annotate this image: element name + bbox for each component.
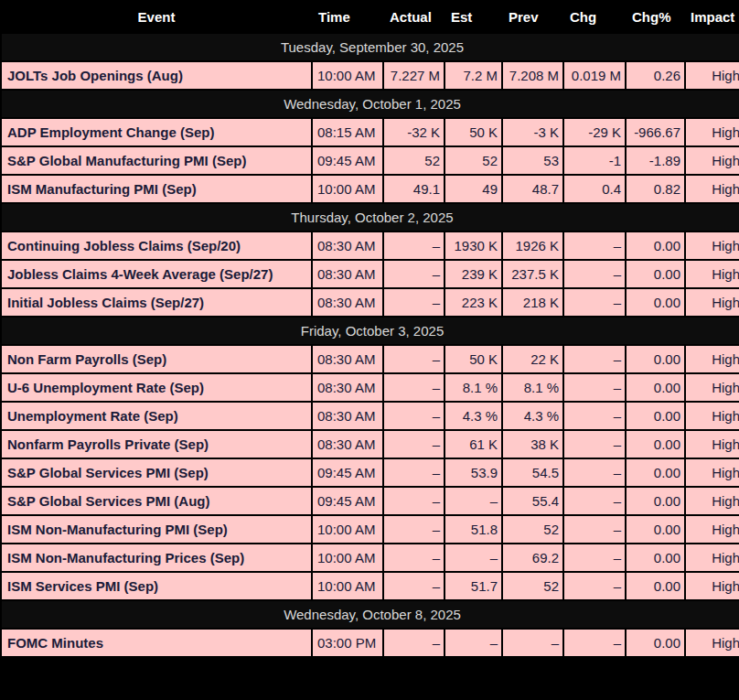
event-row: Non Farm Payrolls (Sep)08:30 AM–50 K22 K… xyxy=(1,345,739,373)
cell-actual: – xyxy=(383,232,444,260)
cell-prev: 218 K xyxy=(502,288,563,317)
column-header-est: Est xyxy=(444,1,502,33)
cell-actual: – xyxy=(383,458,444,487)
cell-impact: High xyxy=(685,373,739,402)
cell-time: 10:00 AM xyxy=(312,515,383,544)
event-row: Nonfarm Payrolls Private (Sep)08:30 AM–6… xyxy=(1,430,739,458)
cell-est: 50 K xyxy=(444,345,502,373)
cell-chg: – xyxy=(563,544,626,572)
event-row: ISM Services PMI (Sep)10:00 AM–51.752–0.… xyxy=(1,572,739,600)
cell-event: Non Farm Payrolls (Sep) xyxy=(1,345,312,373)
cell-est: 8.1 % xyxy=(444,373,502,402)
cell-chgpct: 0.82 xyxy=(626,175,685,203)
cell-time: 08:30 AM xyxy=(312,345,383,373)
cell-actual: -32 K xyxy=(383,118,444,146)
event-row: S&P Global Manufacturing PMI (Sep)09:45 … xyxy=(1,146,739,175)
cell-chgpct: -1.89 xyxy=(626,146,685,175)
header-row: EventTimeActualEstPrevChgChg%Impact xyxy=(1,1,739,33)
date-separator-row: Wednesday, October 8, 2025 xyxy=(1,600,739,629)
cell-time: 10:00 AM xyxy=(312,544,383,572)
cell-chgpct: 0.00 xyxy=(626,260,685,288)
date-separator-row: Friday, October 3, 2025 xyxy=(1,317,739,345)
cell-prev: 54.5 xyxy=(502,458,563,487)
date-label: Wednesday, October 1, 2025 xyxy=(1,90,739,118)
event-row: ISM Non-Manufacturing Prices (Sep)10:00 … xyxy=(1,544,739,572)
cell-chgpct: 0.00 xyxy=(626,544,685,572)
column-header-time: Time xyxy=(312,1,383,33)
column-header-chg: Chg xyxy=(563,1,626,33)
cell-chg: – xyxy=(563,430,626,458)
economic-calendar-table: EventTimeActualEstPrevChgChg%Impact Tues… xyxy=(0,0,739,658)
cell-chgpct: 0.26 xyxy=(626,61,685,90)
cell-chg: – xyxy=(563,345,626,373)
cell-est: – xyxy=(444,629,502,657)
table-body: Tuesday, September 30, 2025JOLTs Job Ope… xyxy=(1,33,739,657)
cell-chg: – xyxy=(563,458,626,487)
cell-event: Jobless Claims 4-Week Average (Sep/27) xyxy=(1,260,312,288)
cell-est: 239 K xyxy=(444,260,502,288)
cell-time: 10:00 AM xyxy=(312,61,383,90)
cell-est: – xyxy=(444,487,502,515)
cell-est: 49 xyxy=(444,175,502,203)
cell-actual: 52 xyxy=(383,146,444,175)
cell-event: Initial Jobless Claims (Sep/27) xyxy=(1,288,312,317)
date-separator-row: Wednesday, October 1, 2025 xyxy=(1,90,739,118)
cell-prev: 237.5 K xyxy=(502,260,563,288)
cell-chg: – xyxy=(563,260,626,288)
cell-prev: 69.2 xyxy=(502,544,563,572)
cell-actual: – xyxy=(383,544,444,572)
cell-chg: – xyxy=(563,515,626,544)
cell-actual: – xyxy=(383,629,444,657)
event-row: Initial Jobless Claims (Sep/27)08:30 AM–… xyxy=(1,288,739,317)
cell-time: 08:30 AM xyxy=(312,288,383,317)
column-header-actual: Actual xyxy=(383,1,444,33)
cell-event: ISM Services PMI (Sep) xyxy=(1,572,312,600)
cell-chg: -29 K xyxy=(563,118,626,146)
cell-prev: 52 xyxy=(502,572,563,600)
cell-prev: 52 xyxy=(502,515,563,544)
date-separator-row: Thursday, October 2, 2025 xyxy=(1,203,739,232)
cell-chgpct: 0.00 xyxy=(626,629,685,657)
cell-time: 09:45 AM xyxy=(312,487,383,515)
cell-actual: – xyxy=(383,260,444,288)
event-row: S&P Global Services PMI (Sep)09:45 AM–53… xyxy=(1,458,739,487)
event-row: U-6 Unemployment Rate (Sep)08:30 AM–8.1 … xyxy=(1,373,739,402)
cell-impact: High xyxy=(685,345,739,373)
cell-event: ISM Manufacturing PMI (Sep) xyxy=(1,175,312,203)
cell-actual: – xyxy=(383,345,444,373)
cell-actual: – xyxy=(383,487,444,515)
cell-chg: – xyxy=(563,402,626,430)
cell-prev: 53 xyxy=(502,146,563,175)
column-header-prev: Prev xyxy=(502,1,563,33)
cell-chgpct: 0.00 xyxy=(626,402,685,430)
cell-actual: 7.227 M xyxy=(383,61,444,90)
cell-time: 08:30 AM xyxy=(312,260,383,288)
cell-est: 53.9 xyxy=(444,458,502,487)
cell-chg: – xyxy=(563,232,626,260)
cell-chg: – xyxy=(563,629,626,657)
cell-est: 223 K xyxy=(444,288,502,317)
economic-calendar-viewport: EventTimeActualEstPrevChgChg%Impact Tues… xyxy=(0,0,739,700)
cell-chg: – xyxy=(563,288,626,317)
date-label: Thursday, October 2, 2025 xyxy=(1,203,739,232)
event-row: FOMC Minutes03:00 PM––––0.00High xyxy=(1,629,739,657)
cell-impact: High xyxy=(685,629,739,657)
date-separator-row: Tuesday, September 30, 2025 xyxy=(1,33,739,61)
cell-prev: 1926 K xyxy=(502,232,563,260)
cell-time: 08:30 AM xyxy=(312,402,383,430)
cell-chg: – xyxy=(563,487,626,515)
cell-chgpct: 0.00 xyxy=(626,288,685,317)
cell-impact: High xyxy=(685,544,739,572)
column-header-event: Event xyxy=(1,1,312,33)
cell-est: 61 K xyxy=(444,430,502,458)
event-row: Unemployment Rate (Sep)08:30 AM–4.3 %4.3… xyxy=(1,402,739,430)
cell-time: 03:00 PM xyxy=(312,629,383,657)
cell-time: 08:30 AM xyxy=(312,232,383,260)
cell-event: Continuing Jobless Claims (Sep/20) xyxy=(1,232,312,260)
cell-event: ISM Non-Manufacturing Prices (Sep) xyxy=(1,544,312,572)
cell-actual: – xyxy=(383,373,444,402)
cell-prev: -3 K xyxy=(502,118,563,146)
cell-time: 08:30 AM xyxy=(312,430,383,458)
cell-chg: – xyxy=(563,572,626,600)
cell-chgpct: -966.67 xyxy=(626,118,685,146)
